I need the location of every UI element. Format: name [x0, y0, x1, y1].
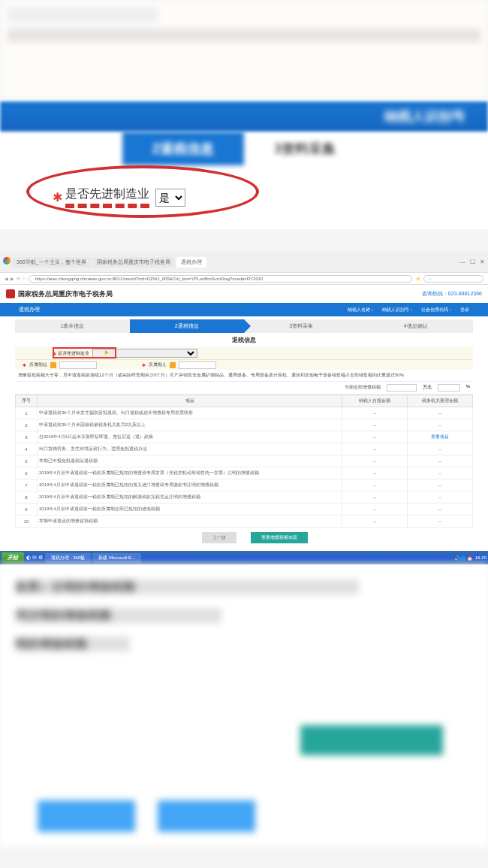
cell-amt2: --	[408, 467, 473, 479]
th-item: 项目	[38, 395, 342, 407]
cell-amt1[interactable]: --	[342, 479, 408, 491]
blur-text-1: 发票）注明的增值税额	[15, 579, 359, 594]
url-input[interactable]: https://etax.chongqing.chinatax.gov.cn:8…	[29, 275, 412, 283]
cell-amt1[interactable]: --	[342, 455, 408, 467]
cell-item: 出口货物劳务、发生跨境应税行为，适用免抵退税办法	[38, 443, 342, 455]
system-tray[interactable]: 🔊 🌐 ⏰ 16:20	[454, 555, 486, 561]
cell-item: 2019年4月至申请退税前一税款所属期已抵扣的解缴税款完税凭证注明的增值税额	[38, 491, 342, 504]
taskbar-item-2[interactable]: 新建 Microsoft E...	[92, 553, 141, 563]
step-tabs: 1基本信息 2退税信息 3资料采集 4信息确认	[15, 319, 473, 333]
form-row-manufacturing: ✱ 是否先进制造业	[15, 347, 473, 359]
home-icon[interactable]: ⌂	[23, 276, 26, 281]
nav-item-code: 社会信用代码：	[421, 307, 453, 313]
summary-unit: 万元	[423, 384, 432, 392]
blur-teal-button[interactable]	[300, 725, 443, 755]
required-star-icon: ✱	[53, 190, 62, 204]
cell-amt1[interactable]: --	[342, 504, 408, 516]
view-link[interactable]: 查看项目	[431, 434, 449, 439]
filter-row: ✱ 所属期起 ✱ 所属期止	[15, 359, 473, 370]
th-amt2: 税务机关受理金额	[408, 395, 473, 407]
highlight-label: 是否先进制造业	[65, 186, 149, 208]
cell-amt2: --	[408, 455, 473, 467]
taskbar-item-1[interactable]: 退税办理 - 360极	[45, 553, 91, 563]
cell-amt2: --	[408, 479, 473, 491]
table-row: 4 出口货物劳务、发生跨境应税行为，适用免抵退税办法 -- --	[16, 443, 473, 455]
cell-seq: 7	[16, 479, 38, 491]
banner-blue-bar: 纳税人识别号	[0, 101, 488, 132]
calendar-icon[interactable]	[170, 362, 176, 368]
cell-item: 2019年4月至申请退税前一税款所属期已抵扣的增值税专用发票（含税控机动车销售统…	[38, 467, 342, 479]
step-3-blur: 3资料采集	[244, 132, 366, 165]
blur-next-button[interactable]	[158, 800, 255, 832]
cell-seq: 2	[16, 419, 38, 431]
forward-icon[interactable]: ▶	[11, 276, 14, 281]
banner-section: 纳税人识别号 2退税信息 3资料采集 ✱ 是否先进制造业 是	[0, 98, 488, 229]
filter-label-end: 所属期止	[149, 361, 167, 368]
back-icon[interactable]: ◀	[5, 276, 8, 281]
close-icon[interactable]: ✕	[480, 259, 485, 265]
cell-amt1[interactable]: --	[342, 407, 408, 419]
hotline-text: 咨询热线：023-88812366	[422, 290, 482, 298]
step-tab-3[interactable]: 3资料采集	[244, 319, 359, 333]
th-seq: 序号	[16, 395, 38, 407]
quicklaunch-icon[interactable]: ◐ ✉ ⚙	[26, 555, 43, 561]
cell-amt1[interactable]: --	[342, 491, 408, 504]
nav-breadcrumb[interactable]: 退税办理	[19, 306, 40, 313]
browser-tab-bar: 360导航_一个主页，整个世界 国家税务总局重庆市电子税务局 退税办理 — ☐ …	[0, 252, 488, 273]
cell-amt2: 查看项目	[408, 431, 473, 443]
reload-icon[interactable]: ⟳	[17, 276, 20, 281]
table-row: 9 2019年4月至申请退税前一税款所属期全部已抵扣的进项税额 -- --	[16, 504, 473, 516]
cell-item: 2019年4月至申请退税前一税款所属期已抵扣的海关进口增值税专用缴款书注明的增值…	[38, 479, 342, 491]
table-row: 5 本期已申报免抵退税应退税额 -- --	[16, 455, 473, 467]
lightning-icon[interactable]: ⚡	[415, 276, 420, 281]
bottom-blurred-area: 发票）注明的增值税额 书注明的增值税额 明的增值税额	[0, 564, 488, 847]
browser-url-bar: ◀ ▶ ⟳ ⌂ https://etax.chongqing.chinatax.…	[0, 273, 488, 285]
main-screenshot: 360导航_一个主页，整个世界 国家税务总局重庆市电子税务局 退税办理 — ☐ …	[0, 252, 488, 564]
windows-taskbar: 开始 ◐ ✉ ⚙ 退税办理 - 360极 新建 Microsoft E... 🔊…	[0, 551, 488, 564]
blur-prev-button[interactable]	[38, 800, 135, 832]
cell-seq: 4	[16, 443, 38, 455]
tray-icons[interactable]: 🔊 🌐 ⏰	[454, 555, 472, 561]
required-star-icon: ✱	[142, 362, 146, 367]
blue-nav-bar: 退税办理 纳税人名称： 纳税人识别号： 社会信用代码： 登录	[0, 303, 488, 316]
browser-tab-2[interactable]: 国家税务总局重庆市电子税务局	[92, 257, 175, 268]
highlight-select[interactable]: 是	[155, 189, 185, 207]
table-row: 8 2019年4月至申请退税前一税款所属期已抵扣的解缴税款完税凭证注明的增值税额…	[16, 491, 473, 504]
cell-amt2: --	[408, 516, 473, 528]
start-button[interactable]: 开始	[2, 552, 24, 563]
nav-item-login[interactable]: 登录	[460, 307, 469, 313]
table-header-row: 序号 项目 纳税人自报金额 税务机关受理金额	[16, 395, 473, 407]
step-tab-1[interactable]: 1基本信息	[15, 319, 130, 333]
browser-tab-3[interactable]: 退税办理	[176, 257, 206, 268]
search-input[interactable]: ○	[423, 275, 483, 283]
maximize-icon[interactable]: ☐	[470, 259, 475, 265]
tax-logo-icon	[6, 289, 15, 298]
minimize-icon[interactable]: —	[459, 259, 465, 265]
cell-item: 申请退税前36个月未因偷税被税务机关处罚2次及以上	[38, 419, 342, 431]
cell-amt1[interactable]: --	[342, 516, 408, 528]
summary-row: 当期全部增值税额 万元 %	[15, 382, 473, 395]
cell-amt1[interactable]: --	[342, 431, 408, 443]
cell-amt1[interactable]: --	[342, 443, 408, 455]
date-end-input[interactable]	[179, 361, 216, 369]
cell-amt1[interactable]: --	[342, 467, 408, 479]
summary-input-amount[interactable]	[387, 384, 417, 392]
calendar-icon[interactable]	[50, 362, 56, 368]
highlight-callout: ✱ 是否先进制造业 是	[0, 169, 488, 225]
th-amt1: 纳税人自报金额	[342, 395, 408, 407]
prev-button[interactable]: 上一步	[202, 532, 236, 543]
cell-amt1[interactable]: --	[342, 419, 408, 431]
cell-item: 2019年4月至申请退税前一税款所属期全部已抵扣的进项税额	[38, 504, 342, 516]
browser-tab-1[interactable]: 360导航_一个主页，整个世界	[12, 257, 91, 268]
data-table: 序号 项目 纳税人自报金额 税务机关受理金额 1 申请退税前36个月未发生骗取留…	[15, 395, 473, 528]
required-star-icon: ✱	[23, 362, 26, 367]
cell-amt2: --	[408, 407, 473, 419]
date-start-input[interactable]	[59, 361, 97, 369]
view-button[interactable]: 查看增值税期末留	[251, 532, 308, 543]
step-tab-4[interactable]: 4信息确认	[359, 319, 474, 333]
cell-seq: 9	[16, 504, 38, 516]
summary-label: 当期全部增值税额	[345, 384, 381, 392]
cell-item: 本期已申报免抵退税应退税额	[38, 455, 342, 467]
summary-input-pct[interactable]	[438, 384, 460, 392]
step-tab-2[interactable]: 2退税信息	[130, 319, 245, 333]
